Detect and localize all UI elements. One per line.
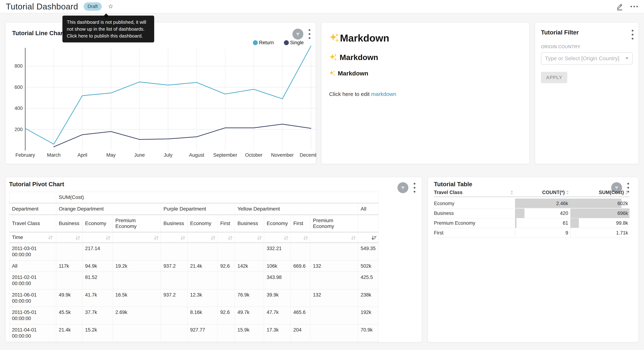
chart-filter-icon[interactable] [292, 29, 303, 40]
markdown-h3: Markdown [329, 70, 522, 77]
apply-button[interactable]: APPLY [541, 72, 567, 83]
pivot-cell [290, 289, 310, 307]
travel-class-cell: First [434, 228, 515, 238]
pivot-sort-cell[interactable] [113, 232, 161, 243]
pivot-chart-panel: Tutorial Pivot Chart SUM(Cost)Department… [5, 177, 422, 342]
legend-item-return[interactable]: Return [253, 40, 274, 46]
pivot-cell [218, 243, 235, 260]
pivot-group-header: Orange Department [56, 203, 161, 215]
pivot-cell [218, 324, 235, 342]
pivot-table-container: SUM(Cost)DepartmentOrange DepartmentPurp… [9, 192, 378, 342]
pivot-sort-cell[interactable] [188, 232, 218, 243]
pivot-cell: 15.9k [235, 324, 264, 342]
sort-desc-icon[interactable] [371, 235, 377, 241]
favorite-star-icon[interactable] [108, 4, 114, 10]
pivot-cell: 39.9k [264, 289, 290, 307]
legend-label-return: Return [259, 40, 274, 46]
table-container: Travel Class COUNT(*) SUM(Cost) [434, 188, 630, 238]
sort-arrows-icon[interactable] [105, 235, 111, 241]
travel-class-table: Travel Class COUNT(*) SUM(Cost) [434, 188, 630, 238]
pivot-sort-cell[interactable] [264, 232, 290, 243]
pivot-cell: 142k [235, 260, 264, 272]
pivot-cell: 21.4k [56, 324, 82, 342]
pencil-icon [616, 2, 624, 10]
svg-text:September: September [213, 152, 237, 158]
pivot-cell: 45.5k [56, 307, 82, 324]
edit-dashboard-button[interactable] [616, 2, 624, 10]
pivot-cell [218, 272, 235, 290]
pivot-sort-cell[interactable] [82, 232, 113, 243]
pivot-class-header: First [290, 215, 310, 232]
more-actions-button[interactable] [630, 6, 638, 8]
pivot-row-header: 2011-02-01 00:00:00 [9, 272, 56, 290]
chart-menu-icon[interactable] [414, 182, 416, 193]
sort-arrows-icon[interactable] [303, 235, 308, 241]
sort-arrows-icon[interactable] [350, 235, 356, 241]
dashboard-header: Tutorial Dashboard Draft [0, 0, 644, 14]
origin-country-select[interactable]: Type or Select [Origin Country] [541, 52, 632, 64]
sort-arrows-icon[interactable] [48, 234, 53, 240]
pivot-cell: 343.98 [264, 272, 290, 290]
pivot-cell: 332.21 [264, 243, 290, 260]
pivot-sort-cell[interactable] [290, 232, 310, 243]
pivot-cell [161, 307, 188, 324]
pivot-sort-cell[interactable] [310, 232, 358, 243]
pivot-cell [161, 324, 188, 342]
line-chart-title: Tutorial Line Chart [12, 30, 65, 37]
pivot-cell [188, 272, 218, 290]
sort-arrows-icon[interactable] [75, 235, 81, 241]
chart-filter-icon[interactable] [398, 182, 408, 193]
sort-arrows-icon[interactable] [227, 235, 233, 241]
pivot-sort-cell[interactable] [235, 232, 264, 243]
column-header-sum-cost[interactable]: SUM(Cost) [570, 188, 630, 197]
pivot-sort-cell[interactable] [56, 232, 82, 243]
pivot-cell: 106k [264, 260, 290, 272]
pivot-dim-travel-class: Travel Class [9, 215, 56, 232]
pivot-cell: 81.52 [82, 272, 113, 290]
pivot-time-header[interactable]: Time [9, 232, 56, 243]
chart-menu-icon[interactable] [308, 29, 310, 39]
legend-item-single[interactable]: Single [284, 40, 304, 46]
pivot-cell: 37.7k [82, 307, 113, 324]
markdown-link[interactable]: markdown [371, 91, 396, 97]
sort-arrows-icon[interactable] [153, 235, 159, 241]
pivot-cell: 502k [358, 260, 378, 272]
pivot-row-header: 2011-04-01 00:00:00 [9, 324, 56, 342]
svg-text:November: November [271, 152, 294, 158]
legend-dot-return [253, 40, 258, 45]
filter-panel-title: Tutorial Filter [541, 29, 579, 36]
pivot-class-header: Premium Economy [310, 215, 358, 232]
sorter-icon[interactable] [510, 190, 513, 194]
svg-text:May: May [106, 152, 116, 158]
sort-arrows-icon[interactable] [256, 235, 262, 241]
pivot-sort-cell-all[interactable] [358, 232, 378, 243]
table-row: Economy 2.46k 602k [434, 198, 630, 208]
sort-arrows-icon[interactable] [210, 235, 216, 241]
markdown-panel[interactable]: Markdown Markdown Markdown Click here to… [321, 22, 530, 164]
sort-arrows-icon[interactable] [283, 235, 289, 241]
column-header-travel-class[interactable]: Travel Class [434, 188, 515, 197]
sorter-icon[interactable] [625, 190, 628, 194]
markdown-h1-text: Markdown [340, 32, 389, 44]
pivot-sort-cell[interactable] [161, 232, 188, 243]
pivot-cell [56, 272, 82, 290]
pivot-class-header: Business [235, 215, 264, 232]
pivot-cell: 937.2 [161, 260, 188, 272]
svg-text:600: 600 [14, 84, 23, 90]
column-header-count[interactable]: COUNT(*) [515, 188, 570, 197]
pivot-row: 2011-02-01 00:00:0081.52343.98425.5 [9, 272, 378, 290]
pivot-sort-cell[interactable] [218, 232, 235, 243]
sorter-icon[interactable] [566, 190, 569, 194]
svg-text:February: February [16, 152, 35, 158]
pivot-all-header: All [358, 203, 378, 215]
pivot-cell [290, 243, 310, 260]
filter-panel: Tutorial Filter ORIGIN COUNTRY Type or S… [535, 22, 639, 164]
pivot-metric-header: SUM(Cost) [56, 192, 378, 203]
pivot-cell: 937.2 [161, 289, 188, 307]
pivot-cell [310, 243, 358, 260]
sparkles-icon [329, 33, 340, 43]
pivot-row-header: 2011-05-01 00:00:00 [9, 307, 56, 324]
draft-badge[interactable]: Draft [84, 2, 102, 11]
sort-arrows-icon[interactable] [180, 235, 186, 241]
svg-text:200: 200 [14, 127, 23, 132]
